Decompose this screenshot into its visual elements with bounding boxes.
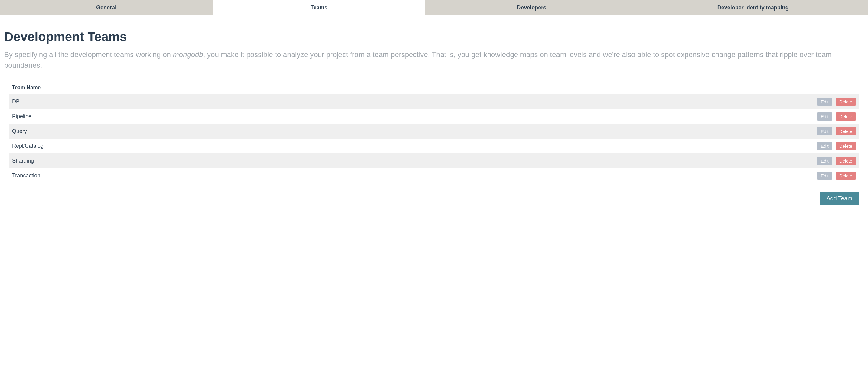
column-header-actions: [812, 81, 859, 94]
teams-table: Team Name DB Edit Delete Pipeline Edit: [9, 81, 859, 183]
edit-button[interactable]: Edit: [817, 127, 832, 135]
team-name-cell: Transaction: [9, 168, 812, 183]
edit-button[interactable]: Edit: [817, 142, 832, 150]
description-prefix: By specifying all the development teams …: [4, 50, 173, 59]
tab-developers[interactable]: Developers: [425, 0, 638, 15]
edit-button[interactable]: Edit: [817, 172, 832, 180]
delete-button[interactable]: Delete: [836, 127, 856, 135]
teams-table-wrap: Team Name DB Edit Delete Pipeline Edit: [4, 81, 864, 183]
page-title: Development Teams: [4, 30, 864, 44]
tab-general[interactable]: General: [0, 0, 213, 15]
actions-cell: Edit Delete: [812, 139, 859, 154]
actions-cell: Edit Delete: [812, 109, 859, 124]
team-name-cell: DB: [9, 94, 812, 109]
table-row: Repl/Catalog Edit Delete: [9, 139, 859, 154]
tab-teams[interactable]: Teams: [213, 0, 425, 15]
table-row: Sharding Edit Delete: [9, 154, 859, 168]
delete-button[interactable]: Delete: [836, 172, 856, 180]
actions-cell: Edit Delete: [812, 168, 859, 183]
tabs-bar: General Teams Developers Developer ident…: [0, 0, 868, 15]
edit-button[interactable]: Edit: [817, 98, 832, 106]
table-row: Pipeline Edit Delete: [9, 109, 859, 124]
edit-button[interactable]: Edit: [817, 112, 832, 121]
actions-cell: Edit Delete: [812, 154, 859, 168]
table-header-row: Team Name: [9, 81, 859, 94]
description-project-name: mongodb: [173, 50, 203, 59]
table-row: Transaction Edit Delete: [9, 168, 859, 183]
add-team-button[interactable]: Add Team: [820, 192, 859, 205]
table-row: DB Edit Delete: [9, 94, 859, 109]
content-area: Development Teams By specifying all the …: [0, 15, 868, 214]
delete-button[interactable]: Delete: [836, 98, 856, 106]
delete-button[interactable]: Delete: [836, 157, 856, 165]
actions-cell: Edit Delete: [812, 124, 859, 139]
team-name-cell: Pipeline: [9, 109, 812, 124]
footer-actions: Add Team: [4, 183, 864, 205]
team-name-cell: Sharding: [9, 154, 812, 168]
column-header-team-name: Team Name: [9, 81, 812, 94]
edit-button[interactable]: Edit: [817, 157, 832, 165]
team-name-cell: Repl/Catalog: [9, 139, 812, 154]
delete-button[interactable]: Delete: [836, 142, 856, 150]
teams-table-body: DB Edit Delete Pipeline Edit Delete Quer…: [9, 94, 859, 183]
tab-developer-identity-mapping[interactable]: Developer identity mapping: [638, 0, 868, 15]
delete-button[interactable]: Delete: [836, 112, 856, 121]
table-row: Query Edit Delete: [9, 124, 859, 139]
team-name-cell: Query: [9, 124, 812, 139]
actions-cell: Edit Delete: [812, 94, 859, 109]
page-description: By specifying all the development teams …: [4, 49, 864, 71]
